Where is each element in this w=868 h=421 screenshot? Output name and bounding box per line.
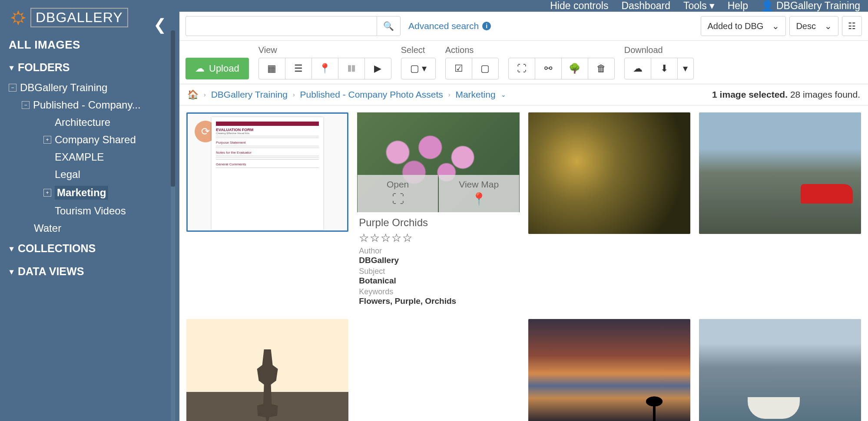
breadcrumb-sep: › [204,91,206,98]
trash-icon: 🗑 [596,63,606,74]
search-button[interactable]: 🔍 [377,16,401,36]
thumbnail-metadata: Purple Orchids ☆☆☆☆☆ Author DBGallery Su… [357,212,519,310]
content: 🔍 Advanced search i Added to DBG ⌄ Desc … [179,12,868,421]
thumbnail-inukshuk[interactable] [186,319,348,421]
info-icon: i [482,22,491,30]
play-icon: ▶ [374,63,381,74]
map-view-button[interactable]: 📍 [311,58,338,79]
hide-controls-link[interactable]: Hide controls [550,0,608,12]
user-icon: 👤 [761,0,774,12]
list-view-button[interactable]: ☷ [842,16,862,36]
tree-tourism[interactable]: Tourism Videos [34,202,168,220]
folder-tree: − DBGallery Training − Published - Compa… [0,79,176,237]
thumbnail-orchids[interactable]: Open⛶ View Map📍 Purple Orchids ☆☆☆☆☆ Aut… [357,112,519,310]
data-views-section[interactable]: ▾ DATA VIEWS [0,260,176,283]
download-group: Download ☁ ⬇ ▾ [624,45,694,79]
cloud-download-button[interactable]: ☁ [624,58,651,79]
expand-icon: ⛶ [358,192,438,206]
expand-icon: ⛶ [517,63,527,74]
list-icon: ☷ [848,21,856,31]
breadcrumb-sep: › [293,91,295,98]
view-group: View ▦ ☰ 📍 ⦀⦀ ▶ [258,45,391,79]
columns-icon: ⦀⦀ [348,63,355,74]
upload-button[interactable]: ☁Upload [186,58,249,79]
collapse-icon[interactable]: − [22,101,30,109]
chevron-down-icon[interactable]: ⌄ [501,91,506,98]
expand-icon[interactable]: + [43,136,51,144]
select-all-button[interactable]: ☑ [445,58,472,79]
sort-dropdown[interactable]: Added to DBG ⌄ [701,16,786,36]
help-link[interactable]: Help [728,0,748,12]
main: Hide controls Dashboard Tools ▾ Help 👤 D… [176,0,868,421]
thumbnail-image: Open⛶ View Map📍 [357,112,519,212]
tree-root[interactable]: − DBGallery Training [8,79,168,96]
sidebar-scrollbar[interactable] [171,30,175,421]
view-map-button[interactable]: View Map📍 [439,175,519,212]
cloud-download-icon: ☁ [633,63,643,74]
order-dropdown[interactable]: Desc ⌄ [789,16,838,36]
thumbnail-document[interactable]: ⟳ EVALUATION FORM Creating Effective Vis… [186,112,348,232]
download-menu-button[interactable]: ▾ [677,58,694,79]
caret-down-icon: ▾ [683,63,688,74]
search-bar: 🔍 Advanced search i Added to DBG ⌄ Desc … [179,12,868,41]
square-icon: ▢ [410,63,419,74]
chevron-down-icon: ⌄ [772,21,779,31]
breadcrumb-root[interactable]: DBGallery Training [211,89,288,100]
all-images-link[interactable]: ALL IMAGES [0,34,176,56]
search-input[interactable] [186,16,377,36]
advanced-search-link[interactable]: Advanced search i [408,21,491,31]
tree-icon: 🌳 [569,63,580,74]
dashboard-link[interactable]: Dashboard [621,0,670,12]
check-square-icon: ☑ [454,63,463,74]
collapse-sidebar-icon[interactable]: ❮ [153,16,166,34]
deselect-button[interactable]: ▢ [472,58,499,79]
gallery: ⟳ EVALUATION FORM Creating Effective Vis… [179,105,868,421]
columns-view-button[interactable]: ⦀⦀ [338,58,365,79]
list-view-button[interactable]: ☰ [285,58,312,79]
tree-example[interactable]: EXAMPLE [34,148,168,166]
thumbnail-sunset[interactable] [528,319,690,421]
tree-marketing[interactable]: +Marketing [34,183,168,202]
chevron-down-icon: ▾ [10,63,13,72]
slideshow-button[interactable]: ▶ [364,58,391,79]
tree-architecture[interactable]: Architecture [34,114,168,131]
actions-group: Actions ☑ ▢ [445,45,499,79]
toolbar: ☁Upload View ▦ ☰ 📍 ⦀⦀ ▶ Select ▢▾ [179,41,868,84]
expand-icon[interactable]: + [43,189,51,197]
user-menu[interactable]: 👤 DBGallery Training [761,0,860,12]
open-button[interactable]: Open⛶ [358,175,438,212]
list-icon: ☰ [294,63,303,74]
tools-menu[interactable]: Tools ▾ [683,0,715,12]
caret-down-icon: ▾ [709,0,715,12]
tree-company-shared[interactable]: +Company Shared [34,131,168,148]
breadcrumb-home[interactable]: 🏠 [187,89,199,100]
rating-stars[interactable]: ☆☆☆☆☆ [359,231,517,245]
delete-button[interactable]: 🗑 [588,58,615,79]
fullscreen-button[interactable]: ⛶ [508,58,535,79]
share-button[interactable]: ⚯ [535,58,562,79]
tree-water[interactable]: Water [21,220,168,237]
tree-legal[interactable]: Legal [34,166,168,183]
grid-view-button[interactable]: ▦ [258,58,285,79]
select-menu-button[interactable]: ▢▾ [401,58,436,79]
breadcrumb-mid[interactable]: Published - Company Photo Assets [300,89,443,100]
chevron-down-icon: ▾ [10,267,13,276]
breadcrumb-leaf[interactable]: Marketing [455,89,495,100]
collections-section[interactable]: ▾ COLLECTIONS [0,237,176,260]
caret-down-icon: ▾ [422,63,427,74]
chevron-down-icon: ⌄ [825,21,832,31]
collapse-icon[interactable]: − [9,84,17,92]
thumbnail-night[interactable] [528,112,690,234]
thumbnail-coast[interactable] [699,112,861,234]
tree-published[interactable]: − Published - Company... [21,96,168,114]
logo: DBGALLERY [0,4,176,34]
thumbnail-harbor[interactable] [699,319,861,421]
tag-button[interactable]: 🌳 [561,58,588,79]
search-icon: 🔍 [383,21,394,31]
select-group: Select ▢▾ [401,45,436,79]
pin-icon: 📍 [319,63,331,74]
folders-section[interactable]: ▾ FOLDERS [0,56,176,79]
square-icon: ▢ [480,63,490,74]
download-button[interactable]: ⬇ [651,58,678,79]
breadcrumb-status: 1 image selected. 28 images found. [712,89,860,100]
